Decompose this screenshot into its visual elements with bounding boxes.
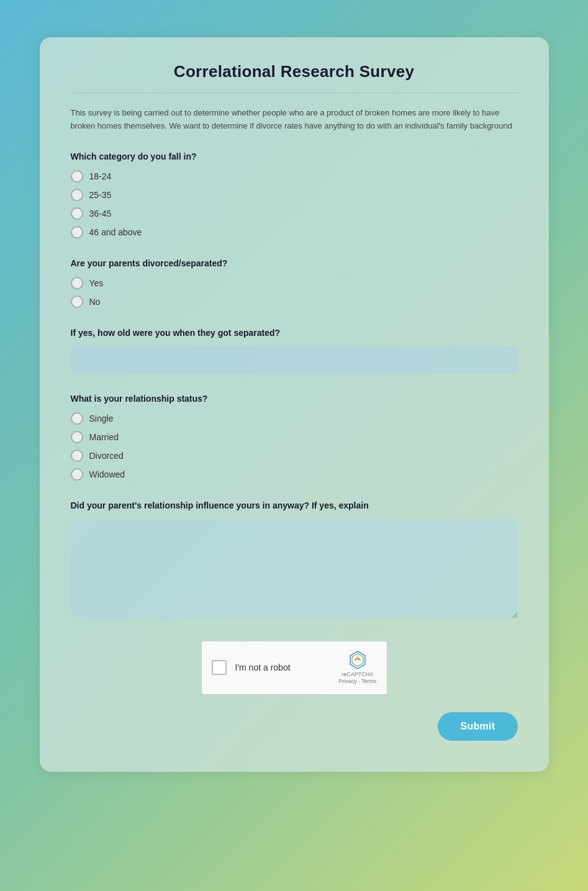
age-category-section: Which category do you fall in? 18-24 25-… bbox=[71, 152, 518, 238]
age-radio-18-24[interactable] bbox=[71, 170, 83, 183]
submit-row: Submit bbox=[71, 712, 518, 741]
parents-divorced-yes[interactable]: Yes bbox=[71, 277, 518, 289]
separation-age-section: If yes, how old were you when they got s… bbox=[71, 328, 518, 374]
parents-divorced-radio-yes[interactable] bbox=[71, 277, 83, 289]
parents-divorced-label-yes: Yes bbox=[89, 278, 104, 288]
parents-divorced-group: Yes No bbox=[71, 277, 518, 308]
age-label-18-24: 18-24 bbox=[89, 171, 112, 181]
form-description: This survey is being carried out to dete… bbox=[71, 107, 518, 133]
age-category-label: Which category do you fall in? bbox=[71, 152, 518, 161]
recaptcha-icon bbox=[348, 650, 368, 670]
submit-button[interactable]: Submit bbox=[438, 712, 517, 741]
relationship-status-label: What is your relationship status? bbox=[71, 394, 518, 404]
age-option-46-above[interactable]: 46 and above bbox=[71, 226, 518, 238]
status-option-widowed[interactable]: Widowed bbox=[71, 468, 518, 481]
age-radio-25-35[interactable] bbox=[71, 189, 83, 201]
parents-divorced-label: Are your parents divorced/separated? bbox=[71, 258, 518, 268]
parents-divorced-no[interactable]: No bbox=[71, 296, 518, 308]
survey-form: Correlational Research Survey This surve… bbox=[40, 37, 549, 772]
status-label-divorced: Divorced bbox=[89, 451, 124, 461]
parent-influence-textarea[interactable] bbox=[71, 519, 518, 618]
recaptcha-brand-name: reCAPTCHA bbox=[341, 671, 373, 677]
recaptcha-brand-links: Privacy · Terms bbox=[338, 678, 376, 684]
status-label-single: Single bbox=[89, 414, 114, 423]
status-option-divorced[interactable]: Divorced bbox=[71, 450, 518, 462]
parent-influence-section: Did your parent's relationship influence… bbox=[71, 500, 518, 621]
age-radio-36-45[interactable] bbox=[71, 207, 83, 220]
recaptcha-widget[interactable]: I'm not a robot reCAPTCHA Privacy · Term… bbox=[201, 641, 387, 695]
age-option-36-45[interactable]: 36-45 bbox=[71, 207, 518, 220]
recaptcha-checkbox[interactable] bbox=[212, 660, 227, 675]
status-label-married: Married bbox=[89, 432, 119, 442]
relationship-status-group: Single Married Divorced Widowed bbox=[71, 412, 518, 481]
status-radio-single[interactable] bbox=[71, 412, 83, 425]
separation-age-label: If yes, how old were you when they got s… bbox=[71, 328, 518, 338]
age-option-25-35[interactable]: 25-35 bbox=[71, 189, 518, 201]
age-category-group: 18-24 25-35 36-45 46 and above bbox=[71, 170, 518, 238]
status-label-widowed: Widowed bbox=[89, 469, 125, 479]
status-radio-widowed[interactable] bbox=[71, 468, 83, 481]
form-title: Correlational Research Survey bbox=[71, 62, 518, 81]
recaptcha-logo: reCAPTCHA Privacy · Terms bbox=[338, 650, 376, 685]
age-label-25-35: 25-35 bbox=[89, 190, 112, 200]
recaptcha-label: I'm not a robot bbox=[235, 663, 330, 672]
parent-influence-label: Did your parent's relationship influence… bbox=[71, 500, 518, 510]
relationship-status-section: What is your relationship status? Single… bbox=[71, 394, 518, 481]
status-option-single[interactable]: Single bbox=[71, 412, 518, 425]
age-option-18-24[interactable]: 18-24 bbox=[71, 170, 518, 183]
separation-age-input[interactable] bbox=[71, 346, 518, 374]
parents-divorced-section: Are your parents divorced/separated? Yes… bbox=[71, 258, 518, 308]
status-radio-divorced[interactable] bbox=[71, 450, 83, 462]
recaptcha-brand-text: reCAPTCHA Privacy · Terms bbox=[338, 671, 376, 685]
recaptcha-container: I'm not a robot reCAPTCHA Privacy · Term… bbox=[71, 641, 518, 695]
title-divider bbox=[71, 93, 518, 93]
parents-divorced-label-no: No bbox=[89, 297, 101, 307]
parents-divorced-radio-no[interactable] bbox=[71, 296, 83, 308]
status-radio-married[interactable] bbox=[71, 431, 83, 443]
age-radio-46-above[interactable] bbox=[71, 226, 83, 238]
status-option-married[interactable]: Married bbox=[71, 431, 518, 443]
age-label-36-45: 36-45 bbox=[89, 209, 112, 219]
age-label-46-above: 46 and above bbox=[89, 227, 142, 237]
